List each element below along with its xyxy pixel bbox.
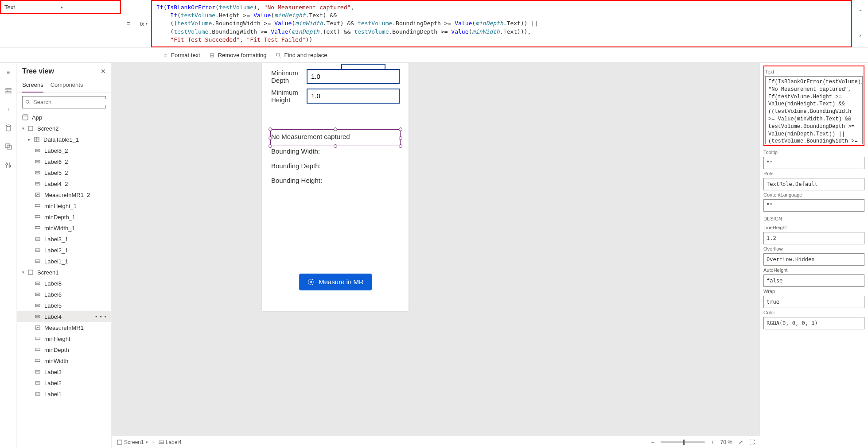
prop-lineheight-value[interactable]: 1.2 bbox=[763, 232, 864, 244]
more-icon[interactable]: • • • bbox=[95, 313, 107, 320]
tree-item-minwidth_1[interactable]: minWidth_1 bbox=[17, 223, 111, 234]
prop-overflow-value[interactable]: Overflow.Hidden bbox=[763, 253, 864, 266]
fit-icon[interactable]: ⤢ bbox=[739, 439, 743, 445]
zoom-in-button[interactable]: + bbox=[711, 439, 714, 445]
tab-components[interactable]: Components bbox=[51, 79, 83, 92]
remove-formatting-button[interactable]: ⊟ Remove formatting bbox=[209, 52, 267, 58]
search-input[interactable] bbox=[33, 99, 108, 105]
expand-right-button[interactable]: › bbox=[852, 23, 868, 47]
tree-item-screen2[interactable]: ▾Screen2 bbox=[17, 123, 111, 134]
prop-autoheight-value[interactable]: false bbox=[763, 274, 864, 287]
tree-item-label4_2[interactable]: Label4_2 bbox=[17, 178, 111, 189]
zoom-slider[interactable] bbox=[661, 441, 705, 443]
tree-item-label5_2[interactable]: Label5_2 bbox=[17, 167, 111, 178]
add-icon[interactable]: + bbox=[4, 105, 12, 113]
tree-item-label1_1[interactable]: Label1_1 bbox=[17, 256, 111, 267]
format-text-button[interactable]: ≡ Format text bbox=[162, 52, 200, 58]
breadcrumb-screen[interactable]: Screen1 ▾ bbox=[117, 439, 148, 445]
min-height-input[interactable] bbox=[307, 89, 400, 104]
tree-item-label: Screen2 bbox=[37, 125, 58, 132]
tree-item-mindepth[interactable]: minDepth bbox=[17, 344, 111, 355]
tree-item-minheight_1[interactable]: minHeight_1 bbox=[17, 201, 111, 212]
tree-item-label: Label6 bbox=[44, 291, 62, 298]
tools-icon[interactable] bbox=[4, 161, 12, 169]
tree-item-minwidth[interactable]: minWidth bbox=[17, 355, 111, 367]
data-icon[interactable] bbox=[4, 124, 12, 132]
svg-line-13 bbox=[29, 103, 30, 104]
tree-item-label1[interactable]: Label1 bbox=[17, 389, 111, 400]
tree-item-minheight[interactable]: minHeight bbox=[17, 333, 111, 344]
hamburger-icon[interactable]: ≡ bbox=[4, 68, 12, 76]
formula-toolbar: ≡ Format text ⊟ Remove formatting Find a… bbox=[0, 47, 868, 62]
prop-text-label: Text bbox=[765, 69, 863, 74]
tree-item-label3[interactable]: Label3 bbox=[17, 367, 111, 378]
prop-wrap-label: Wrap bbox=[763, 289, 864, 294]
property-selector[interactable]: Text ▾ bbox=[0, 0, 121, 14]
label-icon bbox=[35, 313, 41, 320]
tree-search[interactable] bbox=[22, 96, 106, 108]
prop-role-value[interactable]: TextRole.Default bbox=[763, 178, 864, 190]
screen-preview[interactable]: Minimum Depth Minimum Height bbox=[262, 63, 409, 311]
prop-color-value[interactable]: RGBA(0, 0, 0, 1) bbox=[763, 317, 864, 329]
zoom-out-button[interactable]: − bbox=[651, 439, 654, 445]
min-depth-input[interactable] bbox=[307, 69, 400, 84]
tree-item-measureinmr1[interactable]: MeasureInMR1 bbox=[17, 322, 111, 333]
tree-item-measureinmr1_2[interactable]: MeasureInMR1_2 bbox=[17, 189, 111, 201]
tree-item-app[interactable]: App bbox=[17, 112, 111, 123]
prop-lang-value[interactable]: "" bbox=[763, 199, 864, 212]
tree-item-label2_1[interactable]: Label2_1 bbox=[17, 245, 111, 256]
tree-item-label: minWidth bbox=[44, 358, 68, 364]
label-icon bbox=[35, 158, 41, 165]
find-replace-button[interactable]: Find and replace bbox=[276, 52, 327, 58]
prop-text-value[interactable]: If(IsBlankOrError(testVolume), "No Measu… bbox=[765, 76, 863, 144]
svg-point-5 bbox=[6, 125, 11, 127]
label-icon bbox=[35, 369, 41, 375]
prop-wrap-value[interactable]: true bbox=[763, 296, 864, 308]
tree-item-label5[interactable]: Label5 bbox=[17, 300, 111, 311]
mr-icon bbox=[35, 324, 41, 331]
tree-item-label8[interactable]: Label8 bbox=[17, 278, 111, 289]
fullscreen-icon[interactable]: ⛶ bbox=[749, 439, 755, 445]
tab-screens[interactable]: Screens bbox=[22, 79, 43, 93]
tree-item-label: Label5 bbox=[44, 302, 62, 309]
formula-editor[interactable]: If(IsBlankOrError(testVolume), "No Measu… bbox=[151, 0, 852, 47]
close-icon[interactable]: ✕ bbox=[101, 68, 106, 75]
chevron-down-icon[interactable]: ▾ bbox=[20, 270, 26, 274]
tree-item-label8_2[interactable]: Label8_2 bbox=[17, 145, 111, 156]
label-icon bbox=[35, 258, 41, 264]
tree-item-label: Label8 bbox=[44, 280, 62, 287]
fx-button[interactable]: fx▾ bbox=[136, 0, 151, 47]
screen-icon bbox=[117, 440, 122, 445]
tree-item-label3_1[interactable]: Label3_1 bbox=[17, 234, 111, 245]
label-icon bbox=[35, 291, 41, 297]
tree-item-label: Label4 bbox=[44, 313, 62, 320]
breadcrumb-control[interactable]: Label4 bbox=[159, 439, 182, 445]
tree-item-datatable1_1[interactable]: ▸DataTable1_1 bbox=[17, 134, 111, 145]
label-icon bbox=[35, 247, 41, 253]
media-icon[interactable] bbox=[4, 143, 12, 151]
tree-item-label4[interactable]: Label4• • • bbox=[17, 311, 111, 322]
prop-overflow-label: Overflow bbox=[763, 246, 864, 251]
mr-icon bbox=[307, 278, 315, 286]
tree-item-mindepth_1[interactable]: minDepth_1 bbox=[17, 212, 111, 223]
expand-up-button[interactable]: ⌃ bbox=[852, 0, 868, 23]
input-icon bbox=[35, 225, 41, 231]
tree-item-label6[interactable]: Label6 bbox=[17, 289, 111, 300]
svg-rect-2 bbox=[6, 89, 11, 90]
tree-item-screen1[interactable]: ▾Screen1 bbox=[17, 267, 111, 278]
bounding-height-label: Bounding Height: bbox=[262, 175, 409, 186]
chevron-right-icon[interactable]: ▸ bbox=[27, 137, 32, 142]
tree-view-icon[interactable] bbox=[4, 87, 12, 95]
tree-item-label6_2[interactable]: Label6_2 bbox=[17, 156, 111, 167]
status-bar: Screen1 ▾ › Label4 − + 70 % bbox=[112, 436, 760, 448]
tree-item-label: Label1 bbox=[44, 391, 62, 398]
svg-point-64 bbox=[311, 282, 312, 283]
prop-tooltip-value[interactable]: "" bbox=[763, 157, 864, 169]
measure-in-mr-button[interactable]: Measure in MR bbox=[299, 274, 372, 290]
chevron-down-icon[interactable]: ▾ bbox=[20, 126, 26, 131]
prop-lang-label: ContentLanguage bbox=[763, 192, 864, 197]
table-icon bbox=[34, 136, 40, 143]
prop-tooltip-label: Tooltip bbox=[763, 150, 864, 155]
chevron-down-icon: ▾ bbox=[61, 5, 117, 10]
tree-item-label2[interactable]: Label2 bbox=[17, 378, 111, 389]
